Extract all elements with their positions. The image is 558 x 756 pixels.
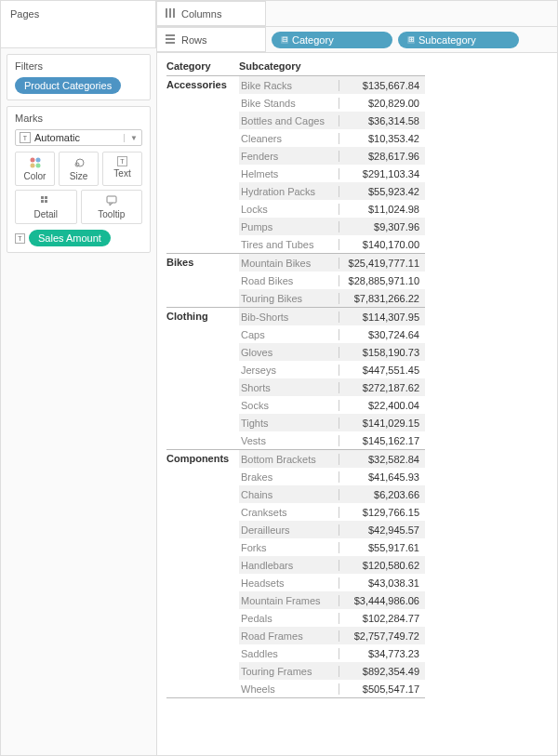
table-row[interactable]: Socks$22,400.04 bbox=[239, 396, 425, 414]
chevron-down-icon: ▼ bbox=[124, 134, 138, 142]
value-cell: $25,419,777.11 bbox=[339, 258, 425, 269]
value-cell: $55,923.42 bbox=[339, 186, 425, 197]
table-row[interactable]: Pedals$102,284.77 bbox=[239, 609, 425, 627]
value-cell: $505,547.17 bbox=[339, 683, 425, 695]
subcategory-cell: Hydration Packs bbox=[239, 186, 339, 197]
table-row[interactable]: Brakes$41,645.93 bbox=[239, 468, 425, 485]
table-row[interactable]: Gloves$158,190.73 bbox=[239, 343, 425, 361]
subcategory-cell: Derailleurs bbox=[239, 524, 339, 536]
table-row[interactable]: Bike Racks$135,667.84 bbox=[239, 76, 425, 94]
filters-card[interactable]: Filters Product Categories bbox=[7, 54, 151, 100]
table-row[interactable]: Bottom Brackets$32,582.84 bbox=[239, 450, 425, 468]
table-row[interactable]: Saddles$34,773.23 bbox=[239, 644, 425, 662]
mark-size-button[interactable]: Size bbox=[59, 152, 99, 186]
left-panel: Pages Filters Product Categories Marks T… bbox=[1, 1, 157, 755]
subcategory-cell: Shorts bbox=[239, 382, 339, 393]
subcategory-cell: Fenders bbox=[239, 151, 339, 162]
table-row[interactable]: Hydration Packs$55,923.42 bbox=[239, 182, 425, 200]
header-category[interactable]: Category bbox=[166, 60, 239, 72]
value-cell: $6,203.66 bbox=[339, 489, 425, 500]
table-row[interactable]: Pumps$9,307.96 bbox=[239, 218, 425, 235]
subcategory-cell: Locks bbox=[239, 204, 339, 215]
svg-rect-9 bbox=[45, 200, 47, 203]
table-row[interactable]: Touring Bikes$7,831,266.22 bbox=[239, 289, 425, 307]
table-row[interactable]: Vests$145,162.17 bbox=[239, 431, 425, 449]
detail-icon bbox=[39, 194, 52, 207]
table-row[interactable]: Bottles and Cages$36,314.58 bbox=[239, 112, 425, 129]
table-row[interactable]: Locks$11,024.98 bbox=[239, 200, 425, 218]
table-row[interactable]: Bike Stands$20,829.00 bbox=[239, 94, 425, 112]
viz-area: Category Subcategory AccessoriesBike Rac… bbox=[157, 53, 557, 755]
table-row[interactable]: Handlebars$120,580.62 bbox=[239, 556, 425, 574]
row-pill-category[interactable]: ⊟Category bbox=[272, 32, 392, 48]
svg-rect-15 bbox=[166, 38, 175, 40]
table-row[interactable]: Mountain Bikes$25,419,777.11 bbox=[239, 254, 425, 272]
subcategory-cell: Saddles bbox=[239, 648, 339, 659]
table-row[interactable]: Chains$6,203.66 bbox=[239, 485, 425, 503]
value-cell: $102,284.77 bbox=[339, 613, 425, 624]
category-group: ClothingBib-Shorts$114,307.95Caps$30,724… bbox=[166, 307, 425, 449]
mark-detail-label: Detail bbox=[33, 209, 58, 219]
header-subcategory[interactable]: Subcategory bbox=[239, 60, 339, 72]
subcategory-cell: Caps bbox=[239, 329, 339, 340]
svg-point-2 bbox=[30, 164, 34, 168]
table-row[interactable]: Helmets$291,103.34 bbox=[239, 165, 425, 182]
marks-field-sales-amount[interactable]: Sales Amount bbox=[29, 230, 111, 246]
table-row[interactable]: Derailleurs$42,945.57 bbox=[239, 521, 425, 538]
table-row[interactable]: Headsets$43,038.31 bbox=[239, 574, 425, 591]
table-header-row: Category Subcategory bbox=[166, 59, 425, 75]
table-row[interactable]: Cleaners$10,353.42 bbox=[239, 129, 425, 147]
value-cell: $11,024.98 bbox=[339, 204, 425, 215]
value-cell: $120,580.62 bbox=[339, 560, 425, 571]
mark-detail-button[interactable]: Detail bbox=[15, 190, 77, 224]
table-row[interactable]: Cranksets$129,766.15 bbox=[239, 503, 425, 521]
value-cell: $20,829.00 bbox=[339, 98, 425, 109]
category-cell[interactable]: Components bbox=[166, 450, 239, 697]
subcategory-cell: Road Bikes bbox=[239, 275, 339, 286]
mark-size-label: Size bbox=[70, 171, 87, 181]
table-row[interactable]: Touring Frames$892,354.49 bbox=[239, 662, 425, 680]
mark-tooltip-button[interactable]: Tooltip bbox=[81, 190, 143, 224]
subcategory-cell: Forks bbox=[239, 542, 339, 553]
value-cell: $43,038.31 bbox=[339, 577, 425, 589]
mark-text-button[interactable]: T Text bbox=[102, 152, 142, 186]
columns-shelf[interactable]: Columns bbox=[157, 1, 557, 27]
filters-title: Filters bbox=[15, 60, 142, 72]
svg-rect-6 bbox=[41, 196, 44, 199]
rows-shelf[interactable]: Rows ⊟Category ⊞Subcategory bbox=[157, 27, 557, 53]
table-row[interactable]: Bib-Shorts$114,307.95 bbox=[239, 308, 425, 325]
mark-text-label: Text bbox=[113, 168, 130, 179]
filter-pill-product-categories[interactable]: Product Categories bbox=[15, 77, 121, 94]
subcategory-cell: Bib-Shorts bbox=[239, 312, 339, 323]
value-cell: $10,353.42 bbox=[339, 133, 425, 144]
subcategory-cell: Touring Frames bbox=[239, 666, 339, 677]
category-cell[interactable]: Clothing bbox=[166, 308, 239, 449]
table-row[interactable]: Road Frames$2,757,749.72 bbox=[239, 627, 425, 644]
mark-tooltip-label: Tooltip bbox=[98, 209, 125, 219]
pages-card[interactable]: Pages bbox=[1, 1, 156, 48]
table-row[interactable]: Shorts$272,187.62 bbox=[239, 378, 425, 396]
category-cell[interactable]: Bikes bbox=[166, 254, 239, 307]
text-mark-indicator-icon: T bbox=[15, 233, 25, 244]
table-row[interactable]: Tires and Tubes$140,170.00 bbox=[239, 235, 425, 253]
table-row[interactable]: Fenders$28,617.96 bbox=[239, 147, 425, 165]
value-cell: $22,400.04 bbox=[339, 400, 425, 411]
mark-color-button[interactable]: Color bbox=[15, 152, 55, 186]
table-row[interactable]: Mountain Frames$3,444,986.06 bbox=[239, 591, 425, 609]
table-row[interactable]: Caps$30,724.64 bbox=[239, 325, 425, 343]
svg-rect-12 bbox=[169, 8, 171, 18]
row-pill-subcategory[interactable]: ⊞Subcategory bbox=[398, 32, 519, 48]
tooltip-icon bbox=[105, 194, 118, 207]
marks-type-dropdown[interactable]: T Automatic ▼ bbox=[15, 129, 142, 146]
svg-rect-13 bbox=[173, 8, 175, 18]
table-row[interactable]: Road Bikes$28,885,971.10 bbox=[239, 272, 425, 289]
table-row[interactable]: Wheels$505,547.17 bbox=[239, 680, 425, 697]
value-cell: $36,314.58 bbox=[339, 115, 425, 126]
value-cell: $291,103.34 bbox=[339, 168, 425, 179]
table-row[interactable]: Forks$55,917.61 bbox=[239, 538, 425, 556]
table-row[interactable]: Jerseys$447,551.45 bbox=[239, 361, 425, 378]
table-row[interactable]: Tights$141,029.15 bbox=[239, 414, 425, 431]
subcategory-cell: Tires and Tubes bbox=[239, 239, 339, 250]
value-cell: $3,444,986.06 bbox=[339, 595, 425, 606]
category-cell[interactable]: Accessories bbox=[166, 76, 239, 253]
